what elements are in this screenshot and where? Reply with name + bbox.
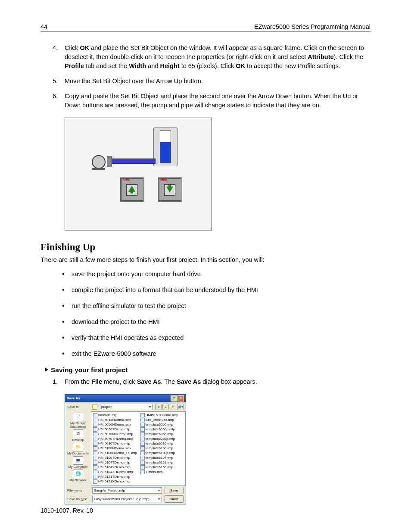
file-icon: [93, 460, 97, 465]
pipe-graphic: [110, 159, 156, 164]
save-in-row: Save in: project ◄ ▲ ✚ ▦▾: [65, 402, 186, 411]
file-icon: [93, 465, 97, 470]
file-item[interactable]: HMI5070THDemo.mtp: [93, 437, 137, 441]
file-col-2: HMI5150XDemo.mtpSec_MtrInSec.mtptemplate…: [140, 413, 178, 484]
file-icon: [140, 451, 145, 455]
bullet-item: verify that the HMI operates as expected: [72, 334, 371, 342]
file-col-1: barcode.mtpHMI5043NDemo.mtpHMI5056NDemo.…: [93, 413, 137, 484]
file-item[interactable]: HMI5100NDemo.mtp: [93, 446, 137, 451]
file-item[interactable]: Timers.mtp: [140, 470, 178, 474]
place-computer[interactable]: 💻My Computer: [68, 456, 87, 469]
back-icon[interactable]: ◄: [155, 404, 162, 410]
file-item[interactable]: template6056p.mtp: [140, 437, 178, 441]
arrow-up-button[interactable]: Auto: [120, 177, 144, 202]
file-item[interactable]: Sec_MtrInSec.mtp: [140, 418, 178, 422]
hmi-screenshot: Auto Man.: [65, 118, 212, 230]
file-item[interactable]: HMI5080TDemo.mtp: [93, 442, 137, 446]
file-icon: [93, 442, 97, 446]
arrow-down-button[interactable]: Man.: [158, 177, 182, 202]
file-item[interactable]: HMI5100TDemo.mtp: [93, 456, 137, 460]
file-icon: [93, 418, 97, 422]
save-in-label: Save in:: [67, 405, 90, 409]
chevron-down-icon: [149, 406, 151, 408]
file-item[interactable]: template6100.mtp: [140, 446, 178, 451]
up-folder-icon[interactable]: ▲: [162, 404, 169, 410]
file-item[interactable]: HMI5104XDemo.mtp: [93, 465, 137, 470]
file-item[interactable]: HMI5100NDemo_FS.mtp: [93, 451, 137, 455]
file-list[interactable]: barcode.mtpHMI5043NDemo.mtpHMI5056NDemo.…: [91, 411, 186, 485]
place-desktop[interactable]: 🖥Desktop: [72, 429, 84, 442]
savetype-dropdown[interactable]: EasyBuilder5000 Project File (*.mtp): [92, 496, 162, 502]
view-menu-icon[interactable]: ▦▾: [177, 404, 184, 410]
bullet-list: save the project onto your computer hard…: [40, 270, 371, 358]
file-item[interactable]: template6121.mtp: [140, 460, 178, 465]
file-item[interactable]: template6056.mtp: [140, 432, 178, 436]
file-item[interactable]: HMI5150XDemo.mtp: [140, 413, 178, 417]
triangle-icon: [45, 367, 48, 372]
chevron-down-icon: [158, 498, 160, 500]
help-button[interactable]: ?: [171, 395, 177, 401]
file-icon: [140, 423, 145, 427]
arrow-up-icon: [128, 186, 135, 192]
file-icon: [93, 413, 97, 417]
save-in-dropdown[interactable]: project: [100, 404, 153, 410]
save-button[interactable]: Save: [165, 487, 184, 494]
file-item[interactable]: HMI5121TDemo.mtp: [93, 475, 137, 479]
file-item[interactable]: HMI5056TDemo.mtp: [93, 427, 137, 432]
desktop-icon: 🖥: [73, 429, 83, 438]
step-6: 6.Copy and paste the Set Bit Object and …: [65, 92, 371, 110]
file-item[interactable]: HMI5104TDemo.mtp: [93, 460, 137, 465]
file-icon: [93, 432, 97, 436]
save-as-dialog: Save As ? ✕ Save in: project ◄ ▲ ✚ ▦▾ 📄M…: [65, 394, 186, 504]
place-recent[interactable]: 📄My Recent Documents: [66, 413, 90, 429]
computer-icon: 💻: [73, 456, 83, 465]
file-item[interactable]: HMI5070NHDemo.mtp: [93, 432, 137, 436]
file-item[interactable]: barcode.mtp: [93, 413, 137, 417]
dialog-titlebar: Save As ? ✕: [65, 395, 186, 402]
place-documents[interactable]: 📁My Documents: [67, 443, 89, 455]
file-item[interactable]: HMI5056NDemo.mtp: [93, 423, 137, 427]
file-icon: [140, 465, 145, 470]
down-button-label: Man.: [160, 177, 168, 181]
pump-graphic: [91, 155, 106, 171]
page-footer: 1010-1007, Rev. 10: [40, 507, 93, 514]
file-item[interactable]: HMI5043NDemo.mtp: [93, 418, 137, 422]
filename-input[interactable]: Sample_Project.mtp: [92, 487, 162, 494]
new-folder-icon[interactable]: ✚: [170, 404, 176, 410]
file-item[interactable]: template6050.mtp: [140, 423, 178, 427]
file-icon: [93, 451, 97, 455]
page-header: 44 EZware5000 Series Programming Manual: [40, 23, 371, 31]
file-icon: [93, 437, 97, 441]
bullet-item: save the project onto your computer hard…: [72, 270, 371, 278]
place-network[interactable]: 🌐My Network: [69, 470, 87, 482]
file-icon: [140, 437, 145, 441]
bullet-item: download the project to the HMI: [72, 318, 371, 326]
manual-title: EZware5000 Series Programming Manual: [254, 23, 371, 30]
network-icon: 🌐: [73, 470, 83, 478]
close-button[interactable]: ✕: [177, 395, 184, 401]
file-icon: [140, 427, 145, 432]
dialog-title-text: Save As: [67, 397, 80, 401]
file-item[interactable]: HMI5121XDemo.mtp: [93, 479, 137, 484]
file-icon: [140, 418, 145, 422]
tank-graphic: [153, 128, 177, 166]
file-item[interactable]: template6104.mtp: [140, 456, 178, 460]
file-item[interactable]: template6050p.mtp: [140, 427, 178, 432]
file-item[interactable]: template6150.mtp: [140, 465, 178, 470]
step-4: 4.Click OK and place the Set Bit Object …: [65, 44, 371, 71]
file-item[interactable]: template6100p.mtp: [140, 451, 178, 455]
section-lead: There are still a few more steps to fini…: [40, 255, 371, 264]
step-5-text: Move the Set Bit Object over the Arrow U…: [65, 78, 203, 84]
folder-icon: [92, 404, 97, 410]
page-number: 44: [40, 23, 47, 30]
file-icon: [140, 460, 145, 465]
step-6-text: Copy and paste the Set Bit Object and pl…: [65, 93, 358, 109]
file-icon: [93, 470, 97, 474]
cancel-button[interactable]: Cancel: [165, 495, 184, 503]
file-item[interactable]: template6080.mtp: [140, 442, 178, 446]
file-item[interactable]: HMI5104XHDemo.mtp: [93, 470, 137, 474]
step-4-text: Click OK and place the Set Bit Object on…: [65, 44, 364, 69]
file-icon: [93, 446, 97, 451]
filename-label: File name:: [67, 489, 90, 493]
subheading: Saving your first project: [45, 366, 371, 374]
